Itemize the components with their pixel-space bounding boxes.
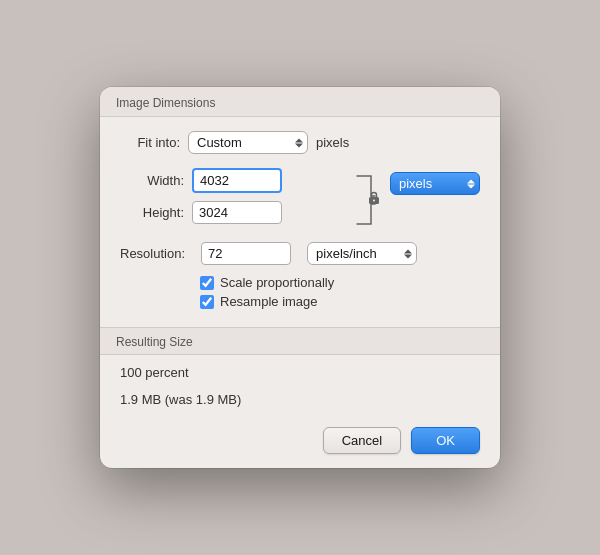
fit-into-row: Fit into: Custom pixels [120,131,480,154]
resample-checkbox[interactable] [200,295,214,309]
fit-into-unit-label: pixels [316,135,349,150]
result-percent: 100 percent [120,365,480,380]
dimension-fields-area: Width: Height: [120,168,480,232]
ok-button[interactable]: OK [411,427,480,454]
resulting-content: 100 percent 1.9 MB (was 1.9 MB) [100,355,500,417]
height-row: Height: [120,201,342,224]
fit-into-label: Fit into: [120,135,180,150]
fit-into-select[interactable]: Custom [188,131,308,154]
height-label: Height: [120,205,192,220]
width-label: Width: [120,173,192,188]
lock-bracket-icon [353,172,379,228]
main-content: Fit into: Custom pixels Width: [100,117,500,327]
button-row: Cancel OK [100,417,500,468]
fit-into-select-wrapper: Custom [188,131,308,154]
resolution-row: Resolution: pixels/inch pixels/cm [120,242,480,265]
result-size: 1.9 MB (was 1.9 MB) [120,392,480,407]
width-input[interactable] [192,168,282,193]
resolution-unit-wrapper: pixels/inch pixels/cm [307,242,417,265]
resulting-size-title: Resulting Size [116,335,193,349]
height-input[interactable] [192,201,282,224]
resample-label: Resample image [220,294,318,309]
resolution-label: Resolution: [120,246,193,261]
section-title: Image Dimensions [116,96,215,110]
resolution-input[interactable] [201,242,291,265]
resulting-size-header: Resulting Size [100,327,500,355]
cancel-button[interactable]: Cancel [323,427,401,454]
dimension-unit-select[interactable]: pixels inches cm [390,172,480,195]
scale-checkbox[interactable] [200,276,214,290]
scale-label: Scale proportionally [220,275,334,290]
left-fields: Width: Height: [120,168,342,232]
checkboxes-area: Scale proportionally Resample image [200,275,480,309]
pixels-select-wrapper: pixels inches cm [390,172,480,195]
image-dimensions-dialog: Image Dimensions Fit into: Custom pixels [100,87,500,468]
svg-point-1 [373,200,375,202]
lock-bracket-area [352,168,380,228]
scale-row: Scale proportionally [200,275,480,290]
section-header: Image Dimensions [100,87,500,117]
resample-row: Resample image [200,294,480,309]
width-row: Width: [120,168,342,193]
resolution-unit-select[interactable]: pixels/inch pixels/cm [307,242,417,265]
dimension-unit-wrapper: pixels inches cm [390,168,480,195]
